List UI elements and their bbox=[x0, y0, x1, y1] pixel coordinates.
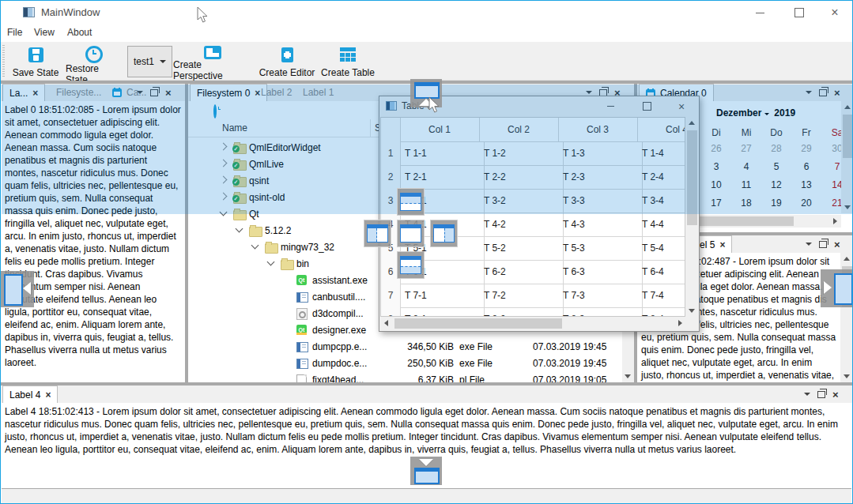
floating-table-window[interactable]: Table 0 × Col 1Col 2Col 3Col 41T 1-1T 1-… bbox=[379, 96, 700, 332]
expander-right-icon[interactable] bbox=[220, 193, 228, 201]
panel-float-icon[interactable] bbox=[819, 241, 827, 248]
expander-down-icon[interactable] bbox=[267, 258, 275, 266]
table-cell[interactable]: T 5-2 bbox=[479, 236, 564, 261]
table-row-header[interactable]: 2 bbox=[381, 165, 401, 190]
table-cell[interactable]: T 6-4 bbox=[637, 260, 685, 284]
tab-label0[interactable]: La...× bbox=[2, 84, 45, 102]
minimize-button[interactable] bbox=[594, 96, 626, 116]
table-column-header[interactable]: Col 2 bbox=[479, 118, 559, 142]
month-dropdown-icon[interactable] bbox=[764, 113, 769, 115]
maximize-button[interactable] bbox=[631, 96, 662, 116]
calendar-date[interactable]: 6 bbox=[794, 161, 818, 172]
tab-filesystem1[interactable]: Filesyste... bbox=[50, 84, 108, 101]
calendar-date[interactable]: 5 bbox=[764, 161, 788, 172]
calendar-month-header[interactable]: Dezember2019 bbox=[716, 107, 795, 118]
calendar-date[interactable]: 3 bbox=[704, 161, 728, 172]
table-cell[interactable]: T 6-2 bbox=[479, 260, 564, 284]
table-cell[interactable]: T 1-1 bbox=[400, 141, 485, 166]
minimize-button[interactable] bbox=[742, 1, 778, 24]
scrollbar-thumb[interactable] bbox=[693, 216, 794, 226]
table-cell[interactable]: T 2-1 bbox=[400, 165, 485, 190]
expander-down-icon[interactable] bbox=[220, 209, 228, 216]
scroll-right-icon[interactable] bbox=[833, 218, 837, 224]
panel-close-icon[interactable]: × bbox=[834, 239, 840, 250]
create-editor-button[interactable]: Create Editor bbox=[257, 44, 317, 79]
panel-menu-icon[interactable] bbox=[804, 393, 810, 396]
calendar-date[interactable]: 29 bbox=[794, 143, 818, 154]
drop-indicator-center[interactable] bbox=[397, 220, 425, 247]
column-header-name[interactable]: Name bbox=[222, 122, 247, 134]
calendar-date[interactable]: 20 bbox=[794, 197, 818, 209]
table-cell[interactable]: T 7-2 bbox=[479, 284, 564, 308]
panel-close-icon[interactable]: × bbox=[165, 88, 172, 98]
drop-indicator-left[interactable] bbox=[364, 220, 391, 247]
table-cell[interactable]: T 3-4 bbox=[637, 189, 685, 213]
table-cell[interactable]: T 8-3 bbox=[558, 307, 643, 317]
panel-float-icon[interactable] bbox=[150, 89, 158, 96]
expander-right-icon[interactable] bbox=[220, 176, 228, 184]
drop-indicator-bottom[interactable] bbox=[397, 251, 425, 279]
calendar-date[interactable]: 28 bbox=[764, 143, 788, 154]
table-vertical-scrollbar[interactable] bbox=[685, 117, 699, 317]
expander-down-icon[interactable] bbox=[236, 225, 243, 233]
menu-view[interactable]: View bbox=[34, 27, 55, 38]
table-cell[interactable]: T 1-4 bbox=[637, 141, 685, 166]
perspective-combo[interactable]: test1 bbox=[127, 46, 172, 77]
panel-float-icon[interactable] bbox=[819, 89, 827, 96]
restore-state-button[interactable]: Restore State bbox=[64, 44, 124, 79]
panel-float-icon[interactable] bbox=[817, 391, 825, 398]
table-column-header[interactable]: Col 1 bbox=[400, 118, 480, 142]
scrollbar-thumb[interactable] bbox=[394, 318, 562, 329]
tab-label4[interactable]: Label 4× bbox=[2, 386, 58, 404]
expander-down-icon[interactable] bbox=[251, 242, 259, 250]
tab-label1[interactable]: Label 1 bbox=[296, 84, 340, 101]
calendar-vertical-scrollbar[interactable] bbox=[841, 101, 853, 213]
drop-indicator-window-left[interactable] bbox=[0, 271, 34, 307]
scroll-down-icon[interactable] bbox=[844, 205, 851, 209]
tab-close-icon[interactable]: × bbox=[719, 239, 725, 250]
calendar-date[interactable]: 12 bbox=[764, 179, 788, 190]
scroll-down-icon[interactable] bbox=[625, 374, 631, 378]
scrollbar-thumb[interactable] bbox=[843, 115, 852, 158]
maximize-button[interactable] bbox=[781, 1, 817, 24]
scroll-down-icon[interactable] bbox=[689, 309, 695, 313]
drop-indicator-window-top[interactable] bbox=[410, 79, 442, 107]
calendar-date[interactable]: 26 bbox=[704, 143, 728, 154]
scroll-right-icon[interactable] bbox=[678, 320, 682, 326]
table-widget[interactable]: Col 1Col 2Col 3Col 41T 1-1T 1-2T 1-3T 1-… bbox=[380, 117, 685, 317]
table-cell[interactable]: T 7-4 bbox=[637, 284, 685, 308]
calendar-date[interactable]: 10 bbox=[704, 179, 728, 190]
restore-icon[interactable] bbox=[213, 106, 217, 117]
panel-close-icon[interactable]: × bbox=[832, 389, 839, 400]
table-cell[interactable]: T 7-3 bbox=[558, 284, 643, 308]
calendar-date[interactable]: 19 bbox=[764, 197, 788, 209]
table-cell[interactable]: T 2-3 bbox=[558, 165, 643, 190]
table-cell[interactable]: T 8-2 bbox=[479, 307, 564, 317]
table-row-header[interactable]: 7 bbox=[381, 284, 401, 308]
scrollbar-thumb[interactable] bbox=[687, 130, 697, 225]
table-column-header[interactable]: Col 3 bbox=[558, 118, 638, 142]
table-cell[interactable]: T 7-1 bbox=[400, 284, 485, 308]
panel-close-icon[interactable]: × bbox=[834, 88, 840, 98]
tree-row[interactable]: dumpcpp.e...346,50 KiBexe File07.03.2019… bbox=[188, 338, 622, 355]
tree-row[interactable]: dumpdoc.e...250,50 KiBexe File07.03.2019… bbox=[188, 355, 622, 371]
calendar-date[interactable]: 17 bbox=[704, 197, 728, 209]
close-button[interactable]: × bbox=[666, 96, 697, 116]
table-cell[interactable]: T 4-3 bbox=[558, 213, 643, 237]
expander-right-icon[interactable] bbox=[220, 143, 228, 151]
table-column-header[interactable]: Col 4 bbox=[637, 118, 685, 142]
drop-indicator-right[interactable] bbox=[430, 220, 458, 247]
close-button[interactable]: × bbox=[817, 1, 853, 24]
tab-label2[interactable]: Label 2 bbox=[255, 84, 298, 101]
calendar-date[interactable]: 13 bbox=[794, 179, 818, 190]
scroll-down-icon[interactable] bbox=[844, 374, 850, 378]
expander-right-icon[interactable] bbox=[220, 160, 228, 167]
create-perspective-button[interactable]: Create Perspective bbox=[172, 44, 254, 79]
menu-about[interactable]: About bbox=[67, 27, 92, 38]
table-cell[interactable]: T 5-4 bbox=[637, 236, 685, 261]
table-cell[interactable]: T 6-3 bbox=[558, 260, 643, 284]
table-row-header[interactable]: 8 bbox=[381, 307, 401, 317]
toolbar-drag-handle[interactable] bbox=[2, 45, 5, 77]
tree-row[interactable]: fixqt4head...6,37 KiBpl File07.03.2019 1… bbox=[188, 371, 622, 382]
scroll-up-icon[interactable] bbox=[844, 105, 851, 109]
